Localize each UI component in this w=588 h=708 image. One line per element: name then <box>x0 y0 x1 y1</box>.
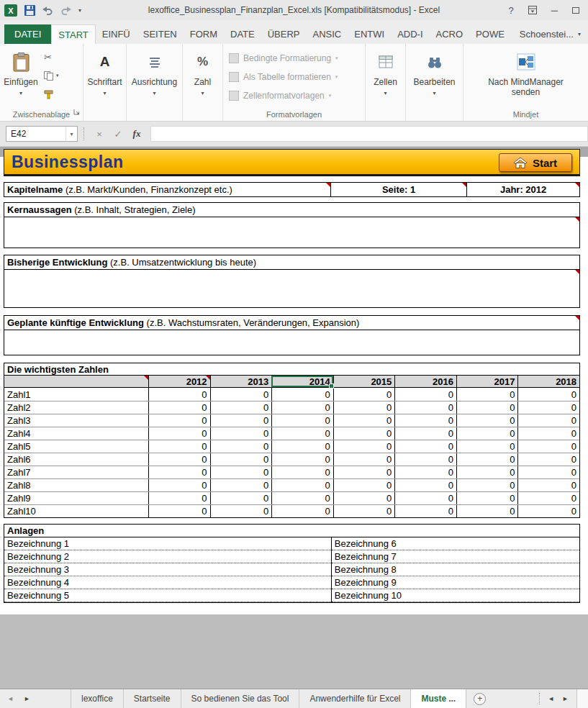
value-cell[interactable]: 0 <box>333 453 395 466</box>
minimize-button[interactable]: ─ <box>551 5 558 16</box>
ribbon-tab-acro[interactable]: ACRO <box>430 24 470 44</box>
row-label-zahl3[interactable]: Zahl3 <box>4 414 148 427</box>
enter-button[interactable]: ✓ <box>109 129 127 140</box>
value-cell[interactable]: 0 <box>271 388 333 401</box>
value-cell[interactable]: 0 <box>333 466 395 478</box>
sheet-tab-lexoffice[interactable]: lexoffice <box>71 689 124 708</box>
value-cell[interactable]: 0 <box>517 440 579 453</box>
value-cell[interactable]: 0 <box>517 414 579 427</box>
ribbon-tab-date[interactable]: DATE <box>224 24 261 44</box>
value-cell[interactable]: 0 <box>456 427 518 440</box>
cells-button[interactable]: Zellen ▾ <box>366 44 405 121</box>
value-cell[interactable]: 0 <box>394 492 456 504</box>
value-cell[interactable]: 0 <box>394 453 456 466</box>
value-cell[interactable]: 0 <box>394 505 456 517</box>
ribbon-tab-form[interactable]: FORM <box>184 24 224 44</box>
sheet-tab-anwenderhilfe-f-r-excel[interactable]: Anwenderhilfe für Excel <box>299 689 411 708</box>
ribbon-display-options-button[interactable] <box>528 6 537 14</box>
value-cell[interactable]: 0 <box>210 440 272 453</box>
value-cell[interactable]: 0 <box>271 414 333 427</box>
value-cell[interactable]: 0 <box>210 427 272 440</box>
year-header-2015[interactable]: 2015 <box>333 376 395 387</box>
row-label-zahl1[interactable]: Zahl1 <box>4 388 148 401</box>
row-label-zahl7[interactable]: Zahl7 <box>4 466 148 478</box>
anlage-item-bezeichnung-5[interactable]: Bezeichnung 5 <box>4 589 331 602</box>
anlage-item-bezeichnung-3[interactable]: Bezeichnung 3 <box>4 563 331 576</box>
hscroll-left-icon[interactable]: ◄ <box>548 695 554 702</box>
value-cell[interactable]: 0 <box>271 479 333 491</box>
value-cell[interactable]: 0 <box>271 505 333 517</box>
ribbon-tab-add-i[interactable]: ADD-I <box>391 24 429 44</box>
value-cell[interactable]: 0 <box>456 492 518 504</box>
value-cell[interactable]: 0 <box>517 401 579 414</box>
value-cell[interactable]: 0 <box>271 492 333 504</box>
ribbon-tab-entwi[interactable]: ENTWI <box>348 24 391 44</box>
ribbon-tab-ansic[interactable]: ANSIC <box>307 24 348 44</box>
value-cell[interactable]: 0 <box>517 492 579 504</box>
maximize-button[interactable] <box>572 7 579 14</box>
value-cell[interactable]: 0 <box>394 401 456 414</box>
start-button[interactable]: Start <box>499 153 572 172</box>
row-label-zahl6[interactable]: Zahl6 <box>4 453 148 466</box>
value-cell[interactable]: 0 <box>148 505 210 517</box>
year-header-2016[interactable]: 2016 <box>394 376 456 387</box>
name-box[interactable]: E42 ▾ <box>6 126 78 142</box>
sheet-nav-right-icon[interactable]: ► <box>24 695 30 702</box>
format-painter-button[interactable] <box>42 88 59 101</box>
section-input-area[interactable] <box>4 270 579 307</box>
year-header-2012[interactable]: 2012 <box>148 376 210 387</box>
value-cell[interactable]: 0 <box>333 505 395 517</box>
year-cell[interactable]: Jahr: 2012 <box>467 183 579 196</box>
ribbon-tab-einf[interactable]: EINFÜ <box>96 24 137 44</box>
alignment-button[interactable]: Ausrichtung ▾ <box>127 44 182 121</box>
value-cell[interactable]: 0 <box>517 388 579 401</box>
undo-button[interactable] <box>42 6 53 15</box>
font-button[interactable]: A Schriftart ▾ <box>83 44 126 121</box>
send-to-mindmanager-button[interactable]: Nach MindManager senden <box>463 44 588 121</box>
year-header-2017[interactable]: 2017 <box>456 376 518 387</box>
horizontal-scrollbar[interactable] <box>576 689 588 708</box>
new-sheet-button[interactable]: + <box>474 693 486 705</box>
value-cell[interactable]: 0 <box>333 440 395 453</box>
value-cell[interactable]: 0 <box>210 388 272 401</box>
save-button[interactable] <box>24 5 35 16</box>
value-cell[interactable]: 0 <box>210 505 272 517</box>
row-label-zahl4[interactable]: Zahl4 <box>4 427 148 440</box>
value-cell[interactable]: 0 <box>394 440 456 453</box>
value-cell[interactable]: 0 <box>333 427 395 440</box>
sheet-tab-startseite[interactable]: Startseite <box>124 689 181 708</box>
value-cell[interactable]: 0 <box>333 414 395 427</box>
value-cell[interactable]: 0 <box>333 388 395 401</box>
section-input-area[interactable] <box>4 217 579 248</box>
value-cell[interactable]: 0 <box>271 466 333 478</box>
value-cell[interactable]: 0 <box>517 505 579 517</box>
qat-customize-caret-icon[interactable]: ▾ <box>78 7 81 14</box>
value-cell[interactable]: 0 <box>394 414 456 427</box>
anlage-item-bezeichnung-10[interactable]: Bezeichnung 10 <box>332 589 579 602</box>
value-cell[interactable]: 0 <box>456 466 518 478</box>
editing-button[interactable]: Bearbeiten ▾ <box>406 44 463 121</box>
value-cell[interactable]: 0 <box>148 479 210 491</box>
value-cell[interactable]: 0 <box>148 401 210 414</box>
value-cell[interactable]: 0 <box>456 479 518 491</box>
clipboard-dialog-launcher-icon[interactable] <box>73 105 80 118</box>
value-cell[interactable]: 0 <box>456 440 518 453</box>
value-cell[interactable]: 0 <box>456 414 518 427</box>
anlage-item-bezeichnung-7[interactable]: Bezeichnung 7 <box>332 550 579 563</box>
ribbon-tab-start[interactable]: START <box>51 24 95 44</box>
value-cell[interactable]: 0 <box>517 479 579 491</box>
value-cell[interactable]: 0 <box>210 414 272 427</box>
account-menu[interactable]: Schoenstei... ▾ <box>520 24 588 44</box>
cancel-button[interactable]: × <box>90 129 109 140</box>
value-cell[interactable]: 0 <box>394 388 456 401</box>
value-cell[interactable]: 0 <box>148 466 210 478</box>
value-cell[interactable]: 0 <box>271 401 333 414</box>
value-cell[interactable]: 0 <box>394 479 456 491</box>
value-cell[interactable]: 0 <box>210 466 272 478</box>
value-cell[interactable]: 0 <box>271 427 333 440</box>
year-header-2018[interactable]: 2018 <box>517 376 579 387</box>
number-format-button[interactable]: % Zahl ▾ <box>183 44 222 121</box>
section-input-area[interactable] <box>4 330 579 355</box>
value-cell[interactable]: 0 <box>456 453 518 466</box>
value-cell[interactable]: 0 <box>517 427 579 440</box>
